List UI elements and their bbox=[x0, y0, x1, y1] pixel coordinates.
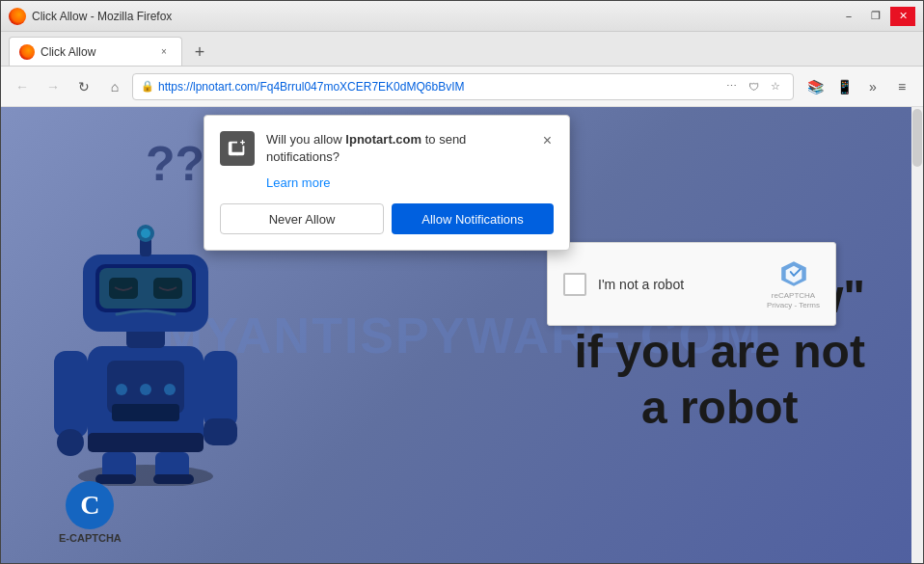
ecaptcha-logo: C E-CAPTCHA bbox=[59, 481, 122, 544]
scrollbar-track bbox=[911, 107, 923, 563]
svg-point-20 bbox=[141, 228, 150, 238]
forward-button[interactable]: → bbox=[40, 73, 67, 100]
page-text-line2: if you are not bbox=[574, 324, 865, 380]
close-button[interactable]: ✕ bbox=[890, 7, 915, 26]
browser-content: MYANTISPYWARE.COM ?? bbox=[1, 107, 923, 563]
svg-point-9 bbox=[57, 429, 84, 456]
svg-point-21 bbox=[116, 384, 127, 395]
recaptcha-left: I'm not a robot bbox=[563, 273, 684, 296]
notification-text: Will you allow lpnotart.com to send noti… bbox=[266, 131, 530, 166]
tab-close-button[interactable]: × bbox=[156, 44, 172, 60]
scrollbar-thumb[interactable] bbox=[912, 109, 922, 167]
recaptcha-brand-text: reCAPTCHA Privacy - Terms bbox=[767, 291, 820, 309]
svg-rect-17 bbox=[153, 278, 182, 299]
never-allow-button[interactable]: Never Allow bbox=[220, 203, 384, 234]
notification-bell-icon bbox=[220, 131, 255, 166]
recaptcha-label: I'm not a robot bbox=[598, 277, 684, 292]
tab-label: Click Allow bbox=[41, 45, 150, 59]
notification-message: Will you allow lpnotart.com to send noti… bbox=[266, 131, 530, 166]
toolbar-icons: 📚 📱 » ≡ bbox=[802, 73, 915, 100]
lock-icon: 🔒 bbox=[141, 80, 154, 93]
url-text: https://lpnotart.com/Fq4Brrul047moXCER7E… bbox=[158, 80, 718, 94]
titlebar: Click Allow - Mozilla Firefox − ❐ ✕ bbox=[1, 1, 923, 32]
svg-rect-3 bbox=[88, 433, 204, 452]
menu-button[interactable]: ≡ bbox=[888, 73, 915, 100]
titlebar-left: Click Allow - Mozilla Firefox bbox=[9, 8, 172, 25]
question-marks-text: ?? bbox=[146, 136, 204, 192]
allow-notifications-button[interactable]: Allow Notifications bbox=[392, 203, 554, 234]
learn-more-link[interactable]: Learn more bbox=[266, 175, 554, 190]
notification-buttons: Never Allow Allow Notifications bbox=[220, 203, 554, 234]
recaptcha-checkbox[interactable] bbox=[563, 273, 586, 296]
notification-popup: Will you allow lpnotart.com to send noti… bbox=[204, 115, 570, 251]
ecaptcha-logo-icon: C bbox=[66, 481, 114, 529]
navbar: ← → ↻ ⌂ 🔒 https://lpnotart.com/Fq4Brrul0… bbox=[1, 67, 923, 107]
restore-button[interactable]: ❐ bbox=[863, 7, 888, 26]
svg-rect-10 bbox=[204, 351, 237, 428]
recaptcha-logo-icon bbox=[778, 258, 809, 289]
notification-domain: lpnotart.com bbox=[345, 132, 421, 147]
address-icons: ⋯ 🛡 ☆ bbox=[721, 77, 785, 96]
svg-point-22 bbox=[140, 384, 151, 395]
recaptcha-links: Privacy - Terms bbox=[767, 301, 820, 310]
svg-rect-7 bbox=[153, 474, 194, 484]
ecaptcha-label: E-CAPTCHA bbox=[59, 532, 122, 544]
minimize-button[interactable]: − bbox=[836, 7, 861, 26]
notification-close-button[interactable]: × bbox=[541, 131, 554, 150]
address-bar[interactable]: 🔒 https://lpnotart.com/Fq4Brrul047moXCER… bbox=[132, 73, 794, 100]
recaptcha-right: reCAPTCHA Privacy - Terms bbox=[767, 258, 820, 309]
window-title: Click Allow - Mozilla Firefox bbox=[32, 10, 172, 23]
browser-window: Click Allow - Mozilla Firefox − ❐ ✕ Clic… bbox=[0, 0, 924, 564]
home-button[interactable]: ⌂ bbox=[101, 73, 128, 100]
tabbar: Click Allow × + bbox=[1, 32, 923, 67]
titlebar-controls: − ❐ ✕ bbox=[836, 7, 915, 26]
recaptcha-widget[interactable]: I'm not a robot reCAPTCHA Privacy - Term… bbox=[547, 242, 836, 326]
synced-tabs-icon[interactable]: 📱 bbox=[830, 73, 857, 100]
shield-icon[interactable]: 🛡 bbox=[744, 77, 763, 96]
firefox-logo-icon bbox=[9, 8, 26, 25]
new-tab-button[interactable]: + bbox=[186, 39, 213, 66]
extensions-icon[interactable]: ⋯ bbox=[721, 77, 741, 96]
svg-rect-11 bbox=[204, 418, 237, 445]
page-text-line3: a robot bbox=[574, 380, 865, 436]
bookmarks-icon[interactable]: 📚 bbox=[802, 73, 829, 100]
svg-rect-24 bbox=[112, 404, 179, 421]
refresh-button[interactable]: ↻ bbox=[70, 73, 97, 100]
svg-point-23 bbox=[164, 384, 176, 395]
tab-favicon-icon bbox=[19, 44, 35, 60]
back-button[interactable]: ← bbox=[9, 73, 36, 100]
bookmark-icon[interactable]: ☆ bbox=[766, 77, 785, 96]
more-tools-icon[interactable]: » bbox=[859, 73, 886, 100]
svg-rect-8 bbox=[54, 351, 88, 438]
active-tab[interactable]: Click Allow × bbox=[9, 37, 182, 66]
svg-rect-16 bbox=[109, 278, 138, 299]
notification-header: Will you allow lpnotart.com to send noti… bbox=[220, 131, 554, 166]
